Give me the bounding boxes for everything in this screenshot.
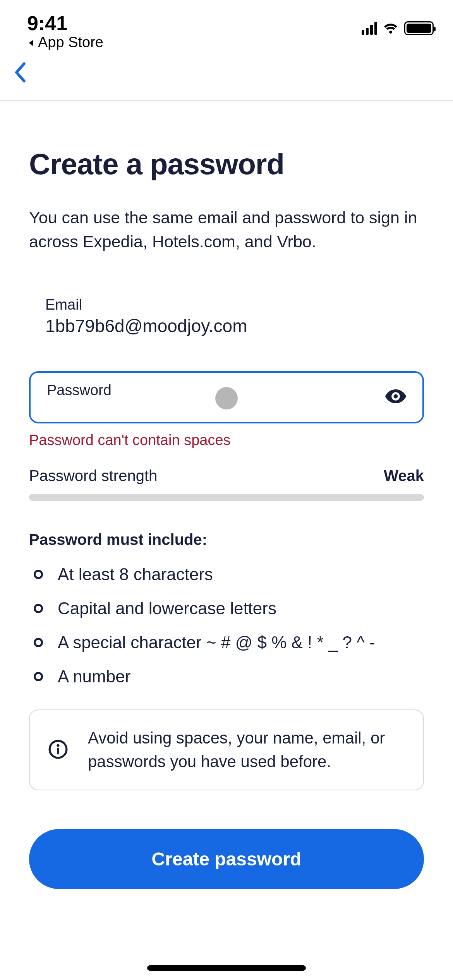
strength-bar: [29, 494, 424, 501]
password-strength-row: Password strength Weak: [29, 467, 424, 485]
requirement-text: A number: [58, 667, 130, 686]
requirement-text: At least 8 characters: [58, 565, 213, 584]
create-password-button[interactable]: Create password: [29, 829, 424, 889]
requirement-item: A number: [29, 667, 424, 686]
status-bar: 9:41 App Store: [0, 0, 453, 51]
svg-point-1: [394, 394, 398, 399]
requirements-title: Password must include:: [29, 531, 424, 548]
back-button[interactable]: [12, 62, 438, 85]
password-input[interactable]: Password: [29, 371, 424, 423]
wifi-icon: [383, 21, 399, 35]
status-time: 9:41: [27, 12, 103, 35]
strength-value: Weak: [384, 467, 424, 485]
battery-icon: [404, 21, 434, 35]
nav-bar: [0, 51, 453, 101]
chevron-left-icon: [12, 78, 28, 84]
requirement-item: At least 8 characters: [29, 565, 424, 584]
email-display: Email 1bb79b6d@moodjoy.com: [29, 296, 424, 336]
requirement-item: A special character ~ # @ $ % & ! * _ ? …: [29, 633, 424, 652]
toggle-password-visibility[interactable]: [385, 389, 406, 406]
circle-icon: [34, 672, 43, 681]
requirement-text: Capital and lowercase letters: [58, 599, 276, 618]
info-icon: [48, 740, 68, 761]
page-title: Create a password: [29, 147, 424, 181]
svg-point-3: [57, 744, 59, 747]
requirement-text: A special character ~ # @ $ % & ! * _ ? …: [58, 633, 375, 652]
eye-icon: [385, 399, 406, 405]
strength-label: Password strength: [29, 467, 157, 485]
email-value: 1bb79b6d@moodjoy.com: [45, 315, 424, 336]
circle-icon: [34, 570, 43, 579]
page-subtitle: You can use the same email and password …: [29, 206, 424, 254]
tip-box: Avoid using spaces, your name, email, or…: [29, 709, 424, 791]
svg-rect-4: [57, 748, 59, 754]
circle-icon: [34, 638, 43, 647]
svg-marker-0: [29, 40, 33, 46]
back-to-app-store[interactable]: App Store: [27, 34, 103, 51]
home-indicator[interactable]: [147, 965, 306, 971]
back-to-app-label: App Store: [38, 34, 103, 51]
back-triangle-icon: [27, 34, 36, 51]
tip-text: Avoid using spaces, your name, email, or…: [88, 726, 405, 774]
cursor-indicator: [215, 387, 238, 409]
circle-icon: [34, 604, 43, 613]
cellular-signal-icon: [362, 22, 377, 35]
password-error: Password can't contain spaces: [29, 432, 424, 449]
email-label: Email: [45, 296, 424, 313]
requirement-item: Capital and lowercase letters: [29, 599, 424, 618]
requirements-list: At least 8 characters Capital and lowerc…: [29, 565, 424, 686]
